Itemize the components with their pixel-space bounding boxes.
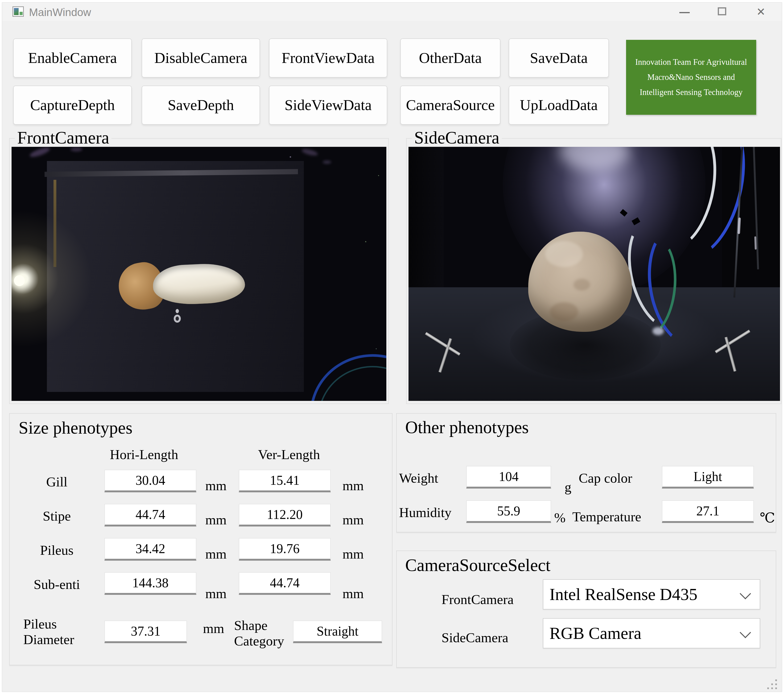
save-depth-button[interactable]: SaveDepth <box>142 86 260 125</box>
size-phenotypes-title: Size phenotypes <box>18 418 133 438</box>
window-title: MainWindow <box>29 6 91 18</box>
team-logo-line1: Innovation Team For Agrivultural <box>635 55 747 70</box>
app-icon-art-right <box>20 12 23 15</box>
side-camera-select-value: RGB Camera <box>549 624 641 643</box>
stipe-ver-unit: mm <box>343 512 364 528</box>
side-feed-floor-glint <box>653 327 664 335</box>
pileus-hori-input[interactable] <box>104 538 196 561</box>
front-feed-speck <box>290 156 291 158</box>
minimize-icon <box>680 12 690 13</box>
front-feed-speck <box>376 348 377 349</box>
pileus-ver-unit: mm <box>343 546 364 562</box>
side-feed-mushroom-mottle <box>550 302 578 321</box>
minimize-button[interactable] <box>671 3 697 21</box>
side-camera-select[interactable]: RGB Camera <box>543 618 760 648</box>
gill-ver-unit: mm <box>343 478 364 494</box>
size-phenotypes-panel: Size phenotypes Hori-Length Ver-Length G… <box>9 413 393 665</box>
col-header-hori-length: Hori-Length <box>109 447 179 462</box>
humidity-unit: % <box>554 510 565 525</box>
camera-source-select-panel: CameraSourceSelect FrontCamera Intel Rea… <box>396 550 776 668</box>
side-feed-mushroom-highlight <box>545 241 583 267</box>
enable-camera-button[interactable]: EnableCamera <box>13 38 132 78</box>
side-camera-select-label: SideCamera <box>441 630 508 646</box>
close-icon: ✕ <box>748 3 774 21</box>
front-feed-glint <box>323 161 331 164</box>
row-label-gill: Gill <box>19 474 94 490</box>
pileus-diameter-label-line2: Diameter <box>23 632 74 648</box>
front-camera-select[interactable]: Intel RealSense D435 <box>543 579 760 610</box>
save-data-button[interactable]: SaveData <box>509 38 609 78</box>
front-feed-marker-dot <box>176 309 179 313</box>
shape-category-label-line2: Category <box>234 633 284 649</box>
stipe-ver-input[interactable] <box>239 504 331 527</box>
front-feed-speck <box>378 175 379 176</box>
screen: MainWindow ✕ EnableCamera DisableCamera … <box>0 0 784 699</box>
row-label-stipe: Stipe <box>19 508 94 524</box>
front-camera-group-label: FrontCamera <box>15 128 111 148</box>
front-camera-select-label: FrontCamera <box>441 591 514 607</box>
team-logo-line3: Intelligent Sensing Technology <box>640 85 743 100</box>
maximize-button[interactable] <box>709 3 735 21</box>
temperature-label: Temperature <box>572 509 641 525</box>
pileus-diameter-label: Pileus Diameter <box>23 616 74 648</box>
front-camera-select-value: Intel RealSense D435 <box>549 585 698 604</box>
sub-enti-hori-input[interactable] <box>104 572 196 595</box>
camera-source-button[interactable]: CameraSource <box>400 86 501 125</box>
chevron-down-icon <box>740 588 751 599</box>
other-phenotypes-panel: Other phenotypes Weight g Cap color Humi… <box>396 413 776 532</box>
front-view-data-button[interactable]: FrontViewData <box>269 38 387 78</box>
stipe-hori-unit: mm <box>205 512 227 528</box>
other-phenotypes-title: Other phenotypes <box>405 417 529 437</box>
shape-category-input[interactable] <box>293 621 382 643</box>
weight-unit: g <box>565 479 571 495</box>
temperature-input[interactable] <box>662 500 754 523</box>
col-header-ver-length: Ver-Length <box>254 447 324 462</box>
row-label-pileus: Pileus <box>19 542 94 558</box>
chevron-down-icon <box>740 627 751 638</box>
team-logo-line2: Macro&Nano Sensors and <box>647 70 735 85</box>
pileus-hori-unit: mm <box>205 546 227 562</box>
front-feed-glint <box>70 147 82 152</box>
pileus-ver-input[interactable] <box>239 538 331 561</box>
side-feed-mushroom-mottle <box>573 279 590 291</box>
title-bar[interactable]: MainWindow ✕ <box>2 3 782 21</box>
front-camera-feed <box>12 147 386 401</box>
pileus-diameter-unit: mm <box>203 621 224 636</box>
shape-category-label: Shape Category <box>234 618 284 649</box>
side-camera-group-label: SideCamera <box>412 128 502 148</box>
front-feed-light <box>14 275 25 286</box>
side-camera-feed <box>408 147 780 401</box>
team-logo: Innovation Team For Agrivultural Macro&N… <box>626 40 756 115</box>
shape-category-label-line1: Shape <box>234 618 284 633</box>
capture-depth-button[interactable]: CaptureDepth <box>13 86 132 125</box>
resize-grip[interactable] <box>766 679 779 691</box>
main-window: MainWindow ✕ EnableCamera DisableCamera … <box>2 2 782 692</box>
gill-hori-input[interactable] <box>104 470 196 492</box>
front-feed-speck <box>365 241 366 242</box>
sub-enti-hori-unit: mm <box>205 586 227 601</box>
gill-hori-unit: mm <box>205 478 227 494</box>
temperature-unit: ℃ <box>760 510 775 526</box>
upload-data-button[interactable]: UpLoadData <box>509 86 609 125</box>
stipe-hori-input[interactable] <box>104 504 196 527</box>
humidity-label: Humidity <box>399 505 451 520</box>
disable-camera-button[interactable]: DisableCamera <box>142 38 260 78</box>
other-data-button[interactable]: OtherData <box>400 38 501 78</box>
humidity-input[interactable] <box>466 500 551 523</box>
camera-source-select-title: CameraSourceSelect <box>405 555 550 575</box>
pileus-diameter-label-line1: Pileus <box>23 616 74 632</box>
row-label-sub-enti: Sub-enti <box>19 576 94 592</box>
front-feed-marker-ring <box>174 315 181 323</box>
gill-ver-input[interactable] <box>239 470 331 492</box>
pileus-diameter-input[interactable] <box>104 621 187 643</box>
app-icon <box>13 7 24 17</box>
weight-label: Weight <box>399 470 438 486</box>
weight-input[interactable] <box>466 466 551 489</box>
close-button[interactable]: ✕ <box>748 3 774 21</box>
front-feed-glint <box>29 147 51 159</box>
app-icon-art-left <box>14 8 18 15</box>
sub-enti-ver-unit: mm <box>343 586 364 601</box>
cap-color-input[interactable] <box>662 466 754 489</box>
sub-enti-ver-input[interactable] <box>239 572 331 595</box>
side-view-data-button[interactable]: SideViewData <box>269 86 387 125</box>
